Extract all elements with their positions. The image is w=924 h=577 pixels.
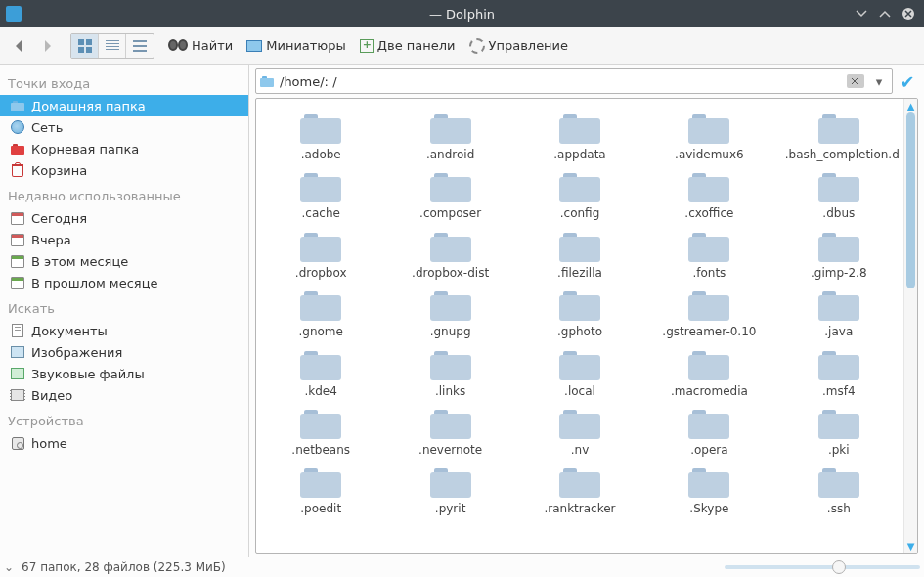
folder-item[interactable]: .fonts (644, 227, 773, 286)
file-name: .cxoffice (684, 206, 733, 220)
folder-item[interactable]: .gnome (256, 286, 385, 344)
folder-item[interactable]: .nv (515, 404, 644, 463)
zoom-slider[interactable] (725, 565, 920, 569)
globe-icon (10, 119, 25, 135)
scroll-down-button[interactable]: ▼ (904, 539, 917, 553)
sidebar-item[interactable]: Сеть (0, 116, 248, 138)
folder-item[interactable]: .dbus (774, 167, 903, 226)
folder-item[interactable]: .Skype (644, 463, 773, 521)
sidebar-item-label: Домашняя папка (31, 99, 146, 113)
folder-icon (430, 351, 471, 380)
folder-item[interactable]: .poedit (256, 463, 385, 521)
sidebar-item[interactable]: Документы (0, 320, 248, 341)
folder-item[interactable]: .android (385, 109, 514, 167)
folder-item[interactable]: .appdata (515, 109, 644, 167)
find-label: Найти (192, 38, 233, 53)
file-name: .opera (690, 443, 727, 457)
close-button[interactable] (899, 4, 918, 23)
file-name: .links (435, 384, 465, 398)
folder-item[interactable]: .java (774, 286, 903, 344)
folder-icon (559, 468, 600, 498)
vid-icon (10, 387, 25, 403)
location-go-button[interactable]: ✔ (897, 70, 918, 92)
cal-icon (10, 210, 25, 226)
minimize-button[interactable] (852, 4, 871, 23)
folder-item[interactable]: .gnupg (385, 286, 514, 344)
sidebar-item[interactable]: Корневая папка (0, 138, 248, 159)
file-name: .pyrit (435, 502, 466, 515)
sidebar-item-label: Вчера (31, 233, 71, 247)
file-name: .gimp-2.8 (811, 266, 867, 280)
folder-item[interactable]: .pki (774, 404, 903, 463)
split-panels-button[interactable]: Две панели (356, 31, 460, 61)
control-menu-button[interactable]: Управление (465, 31, 573, 61)
folder-item[interactable]: .cache (256, 167, 385, 226)
sidebar-item[interactable]: Изображения (0, 341, 248, 363)
sidebar-item[interactable]: В прошлом месяце (0, 272, 248, 293)
doc-icon (10, 323, 25, 338)
control-label: Управление (489, 38, 569, 53)
app-icon (6, 6, 22, 22)
folder-item[interactable]: .filezilla (515, 227, 644, 286)
folder-item[interactable]: .macromedia (644, 345, 773, 404)
compact-view-button[interactable] (99, 34, 126, 58)
sidebar-heading: Точки входа (0, 68, 248, 95)
gear-icon (469, 38, 485, 54)
folder-item[interactable]: .local (515, 345, 644, 404)
folder-item[interactable]: .dropbox-dist (385, 227, 514, 286)
find-button[interactable]: Найти (164, 31, 237, 61)
folder-item[interactable]: .adobe (256, 109, 385, 167)
folder-icon (430, 291, 471, 321)
folder-item[interactable]: .pyrit (385, 463, 514, 521)
sidebar-item-label: home (31, 436, 67, 451)
thumbnails-button[interactable]: Миниатюры (242, 31, 350, 61)
file-name: .macromedia (671, 384, 748, 398)
sidebar-item[interactable]: Сегодня (0, 207, 248, 229)
sidebar-item[interactable]: Корзина (0, 159, 248, 181)
sidebar-item[interactable]: В этом месяце (0, 250, 248, 272)
sidebar-item[interactable]: Домашняя папка (0, 95, 248, 116)
folder-item[interactable]: .links (385, 345, 514, 404)
folder-icon (818, 291, 859, 321)
location-dropdown-button[interactable]: ▾ (870, 74, 888, 89)
folder-item[interactable]: .ssh (774, 463, 903, 521)
folder-item[interactable]: .config (515, 167, 644, 226)
file-name: .cache (302, 206, 340, 220)
maximize-button[interactable] (875, 4, 895, 23)
folder-item[interactable]: .ranktracker (515, 463, 644, 521)
icons-view-button[interactable] (71, 34, 99, 58)
folder-item[interactable]: .msf4 (774, 345, 903, 404)
folder-item[interactable]: .gstreamer-0.10 (644, 286, 773, 344)
sidebar-item[interactable]: home (0, 432, 248, 454)
clear-location-button[interactable] (847, 74, 864, 88)
panel-toggle-handle[interactable]: ⌄ (4, 560, 14, 574)
location-field[interactable]: /home/: / ▾ (255, 68, 893, 94)
sidebar-item[interactable]: Видео (0, 384, 248, 406)
status-bar: ⌄ 67 папок, 28 файлов (225.3 МиБ) (0, 557, 924, 577)
file-name: .dropbox-dist (412, 266, 489, 280)
file-view[interactable]: .adobe.android.appdata.avidemux6.bash_co… (256, 99, 903, 553)
file-name: .dropbox (295, 266, 347, 280)
folder-item[interactable]: .opera (644, 404, 773, 463)
folder-item[interactable]: .kde4 (256, 345, 385, 404)
scroll-thumb[interactable] (906, 112, 915, 288)
folder-item[interactable]: .netbeans (256, 404, 385, 463)
folder-item[interactable]: .gimp-2.8 (774, 227, 903, 286)
details-view-button[interactable] (126, 34, 154, 58)
folder-item[interactable]: .avidemux6 (644, 109, 773, 167)
folder-icon (300, 173, 341, 202)
folder-item[interactable]: .cxoffice (644, 167, 773, 226)
forward-button[interactable] (33, 31, 61, 61)
back-button[interactable] (6, 31, 33, 61)
scroll-up-button[interactable]: ▲ (904, 99, 917, 112)
folder-item[interactable]: .gphoto (515, 286, 644, 344)
folder-item[interactable]: .bash_completion.d (774, 109, 903, 167)
sidebar-item[interactable]: Звуковые файлы (0, 363, 248, 384)
sidebar-item[interactable]: Вчера (0, 229, 248, 250)
zoom-thumb[interactable] (832, 560, 846, 574)
vertical-scrollbar[interactable]: ▲ ▼ (903, 99, 917, 553)
folder-item[interactable]: .composer (385, 167, 514, 226)
file-name: .adobe (301, 148, 341, 161)
folder-item[interactable]: .nevernote (385, 404, 514, 463)
folder-item[interactable]: .dropbox (256, 227, 385, 286)
